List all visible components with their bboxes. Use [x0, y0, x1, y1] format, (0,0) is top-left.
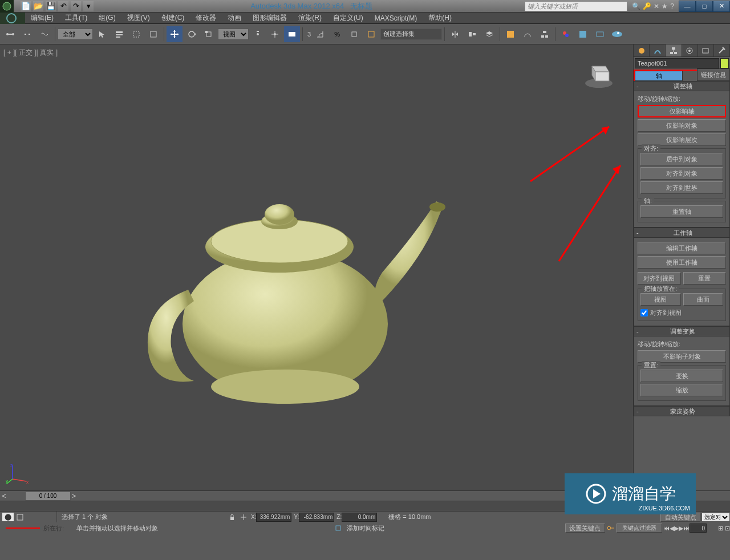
time-slider-handle[interactable]: 0 / 100 — [25, 492, 71, 501]
menu-tools[interactable]: 工具(T) — [59, 12, 93, 24]
exchange-icon[interactable]: ✕ — [654, 2, 659, 10]
named-selection-dropdown[interactable] — [380, 29, 442, 40]
affect-pivot-only-button[interactable]: 仅影响轴 — [638, 105, 726, 117]
place-view-button[interactable]: 视图 — [640, 293, 681, 306]
setkey-button[interactable]: 设置关键点 — [565, 524, 605, 533]
rollout-adjust-axis[interactable]: -调整轴 — [634, 81, 730, 91]
help-icon[interactable]: ? — [670, 2, 674, 10]
app-logo[interactable] — [0, 13, 25, 24]
teapot-object[interactable] — [137, 159, 451, 421]
percent-snap-icon[interactable]: % — [329, 26, 345, 42]
align-view-checkbox[interactable] — [640, 309, 648, 316]
rollout-skin-pose[interactable]: -蒙皮姿势 — [634, 406, 730, 416]
reset-axis-button[interactable]: 重置轴 — [640, 205, 723, 218]
select-by-name-icon[interactable] — [111, 26, 127, 42]
rollout-working-pivot[interactable]: -工作轴 — [634, 228, 730, 238]
move-icon[interactable] — [167, 26, 182, 42]
timeslider-right-icon[interactable]: > — [72, 492, 76, 500]
key-icon[interactable] — [606, 524, 615, 532]
menu-maxscript[interactable]: MAXScript(M) — [369, 13, 423, 23]
minimize-button[interactable]: — — [679, 1, 696, 12]
angle-snap-icon[interactable] — [312, 26, 328, 42]
ref-coord-dropdown[interactable]: 视图 — [218, 29, 249, 40]
menu-graph-editors[interactable]: 图形编辑器 — [247, 12, 293, 24]
render-setup-icon[interactable] — [575, 26, 591, 42]
infocenter-search[interactable] — [525, 1, 627, 11]
abs-rel-icon[interactable] — [240, 513, 248, 521]
select-icon[interactable] — [94, 26, 110, 42]
motion-tab-icon[interactable] — [682, 44, 698, 56]
object-color-swatch[interactable] — [720, 58, 729, 68]
z-coord-field[interactable] — [342, 513, 377, 522]
redo-icon[interactable]: ↷ — [71, 1, 81, 11]
script-icon[interactable] — [16, 513, 24, 521]
qat-dropdown-icon[interactable]: ▾ — [83, 1, 94, 11]
manipulate-icon[interactable] — [267, 26, 283, 42]
edit-working-pivot-button[interactable]: 编辑工作轴 — [638, 242, 726, 254]
unlink-icon[interactable] — [19, 26, 35, 42]
center-to-object-button[interactable]: 居中到对象 — [640, 153, 723, 165]
curve-editor-icon[interactable] — [520, 26, 536, 42]
menu-customize[interactable]: 自定义(U) — [327, 12, 369, 24]
snap-3d-icon[interactable]: 3 — [307, 31, 311, 38]
menu-edit[interactable]: 编辑(E) — [25, 12, 59, 24]
link-icon[interactable] — [2, 26, 18, 42]
x-coord-field[interactable] — [256, 513, 291, 522]
rollout-adjust-transform[interactable]: -调整变换 — [634, 326, 730, 336]
open-icon[interactable]: 📂 — [33, 1, 43, 11]
align-to-view-button[interactable]: 对齐到视图 — [638, 272, 681, 285]
selection-filter-dropdown[interactable]: 全部 — [58, 29, 93, 40]
app-menu-icon[interactable] — [0, 0, 14, 13]
close-button[interactable]: ✕ — [713, 1, 730, 12]
scale-icon[interactable] — [201, 26, 217, 42]
render-icon[interactable] — [609, 26, 625, 42]
menu-help[interactable]: 帮助(H) — [423, 12, 457, 24]
reset-scale-button[interactable]: 缩放 — [640, 384, 723, 396]
listener-mini[interactable]: ⬤ — [2, 513, 14, 521]
rotate-icon[interactable] — [184, 26, 200, 42]
viewcube[interactable] — [582, 56, 616, 90]
isolate-icon[interactable] — [334, 524, 342, 532]
mirror-icon[interactable] — [447, 26, 463, 42]
next-frame-icon[interactable]: ▶ — [679, 525, 683, 532]
reset-transform-button[interactable]: 变换 — [640, 370, 723, 382]
viewport-nav-icons[interactable]: ⊞ ⊡ — [718, 525, 730, 532]
rendered-frame-icon[interactable] — [592, 26, 608, 42]
subscription-icon[interactable]: 🔑 — [643, 2, 651, 10]
bind-spacewarp-icon[interactable] — [36, 26, 52, 42]
current-frame-field[interactable] — [690, 524, 707, 533]
pivot-center-icon[interactable] — [250, 26, 266, 42]
favorite-icon[interactable]: ★ — [662, 2, 668, 10]
hierarchy-tab-icon[interactable] — [666, 44, 682, 56]
menu-group[interactable]: 组(G) — [93, 12, 121, 24]
new-icon[interactable]: 📄 — [21, 1, 31, 11]
play-icon[interactable]: ▶ — [674, 525, 679, 532]
y-coord-field[interactable] — [299, 513, 334, 522]
window-crossing-icon[interactable] — [145, 26, 161, 42]
align-icon[interactable] — [464, 26, 480, 42]
material-editor-icon[interactable] — [558, 26, 574, 42]
save-icon[interactable]: 💾 — [46, 1, 56, 11]
maximize-button[interactable]: □ — [696, 1, 713, 12]
menu-modifiers[interactable]: 修改器 — [190, 12, 222, 24]
reset-working-pivot-button[interactable]: 重置 — [683, 272, 727, 285]
pivot-tab-link[interactable]: 链接信息 — [697, 68, 730, 81]
search-icon[interactable]: 🔍 — [632, 2, 640, 10]
modify-tab-icon[interactable] — [650, 44, 666, 56]
menu-animation[interactable]: 动画 — [222, 12, 247, 24]
edit-named-sel-icon[interactable] — [363, 26, 379, 42]
layer-explorer-icon[interactable] — [502, 26, 518, 42]
add-time-tag[interactable]: 添加时间标记 — [347, 524, 384, 533]
select-region-icon[interactable] — [128, 26, 144, 42]
object-name-field[interactable] — [635, 58, 719, 68]
utilities-tab-icon[interactable] — [714, 44, 730, 56]
layers-icon[interactable] — [481, 26, 497, 42]
keymode-dropdown[interactable]: 选定对 — [701, 513, 730, 522]
place-surface-button[interactable]: 曲面 — [683, 293, 724, 306]
viewport[interactable]: [ + ][ 正交 ][ 真实 ] — [0, 44, 633, 490]
prev-frame-icon[interactable]: ◀ — [670, 525, 674, 532]
timeslider-left-icon[interactable]: < — [0, 492, 8, 500]
use-working-pivot-button[interactable]: 使用工作轴 — [638, 256, 726, 269]
menu-rendering[interactable]: 渲染(R) — [293, 12, 327, 24]
menu-views[interactable]: 视图(V) — [121, 12, 156, 24]
